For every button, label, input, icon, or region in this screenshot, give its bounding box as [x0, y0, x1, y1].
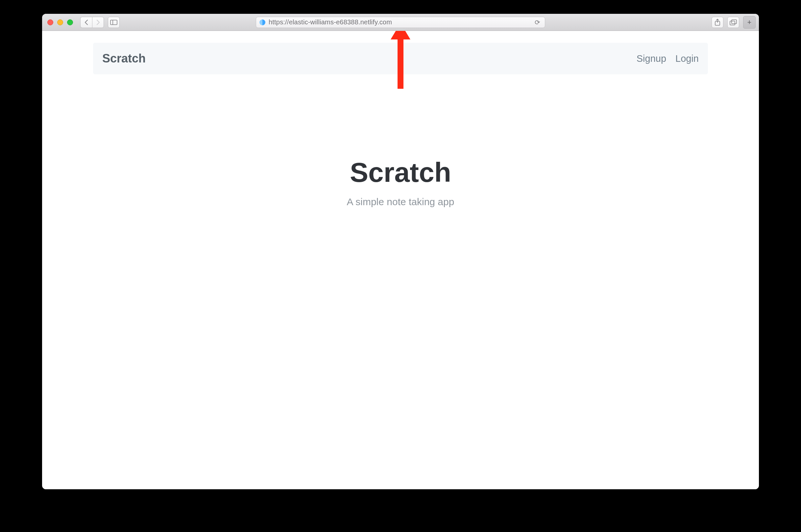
- site-globe-icon: [260, 19, 265, 25]
- hero-title: Scratch: [93, 156, 708, 188]
- brand-logo[interactable]: Scratch: [102, 52, 146, 65]
- nav-buttons-group: [80, 17, 104, 28]
- reload-button[interactable]: ⟳: [535, 18, 540, 26]
- browser-toolbar: https://elastic-williams-e68388.netlify.…: [42, 14, 759, 31]
- sidebar-icon: [110, 20, 117, 25]
- toolbar-right-group: +: [711, 16, 756, 28]
- hero-subtitle: A simple note taking app: [93, 196, 708, 208]
- forward-button[interactable]: [92, 17, 104, 28]
- new-tab-button[interactable]: +: [743, 16, 756, 28]
- svg-rect-5: [731, 20, 737, 24]
- safari-browser-window: https://elastic-williams-e68388.netlify.…: [42, 14, 759, 489]
- share-icon: [714, 19, 721, 26]
- window-zoom-button[interactable]: [67, 19, 73, 25]
- tabs-icon: [730, 19, 737, 25]
- back-button[interactable]: [80, 17, 92, 28]
- nav-links: Signup Login: [636, 53, 699, 64]
- sidebar-toggle-button[interactable]: [108, 17, 120, 28]
- page-viewport: Scratch Signup Login Scratch A simple no…: [42, 31, 759, 489]
- page-container: Scratch Signup Login Scratch A simple no…: [93, 31, 708, 208]
- window-minimize-button[interactable]: [57, 19, 63, 25]
- nav-link-signup[interactable]: Signup: [636, 53, 666, 64]
- share-button[interactable]: [711, 17, 723, 28]
- svg-rect-0: [111, 20, 117, 25]
- plus-icon: +: [747, 18, 752, 26]
- nav-link-login[interactable]: Login: [675, 53, 699, 64]
- svg-rect-4: [730, 21, 735, 25]
- tab-overview-button[interactable]: [727, 17, 739, 28]
- address-bar[interactable]: https://elastic-williams-e68388.netlify.…: [256, 17, 545, 28]
- window-close-button[interactable]: [47, 19, 53, 25]
- app-navbar: Scratch Signup Login: [93, 43, 708, 74]
- hero-section: Scratch A simple note taking app: [93, 156, 708, 208]
- window-controls: [47, 19, 73, 25]
- url-text: https://elastic-williams-e68388.netlify.…: [269, 18, 541, 26]
